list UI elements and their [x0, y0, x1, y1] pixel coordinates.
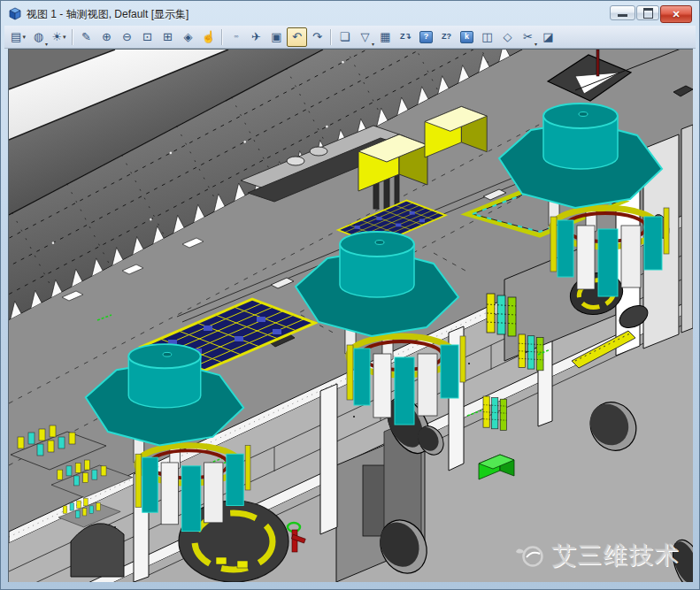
toolbar-separator — [330, 29, 332, 45]
dropdown-arrow-icon: ▾ — [535, 41, 537, 47]
toolbar-window-area-button[interactable]: ⊡ — [137, 27, 158, 47]
toolbar-clip-volume-button[interactable]: ▽▾ — [355, 27, 375, 47]
toolbar-adjust-brightness-button[interactable]: ☀▾ — [49, 27, 69, 47]
toolbar-fit-view-button[interactable]: ⊞ — [158, 27, 178, 47]
toolbar-camera-settings-button[interactable]: k — [457, 27, 477, 47]
viewport-3d[interactable]: 艾三维技术 — [8, 49, 693, 582]
toolbar-zoom-out-button[interactable]: ⊖ — [117, 27, 137, 47]
toolbar-fly-button[interactable]: ✈ — [246, 27, 266, 47]
dropdown-arrow-icon: ▾ — [372, 41, 374, 47]
toolbar-separator — [221, 29, 223, 45]
toolbar-show-active-depth-button[interactable]: Z? — [436, 27, 457, 47]
toolbar-clip-cut-button[interactable]: ✂▾ — [518, 27, 538, 47]
window-title: 视图 1 - 轴测视图, Default [显示集] — [27, 7, 188, 22]
toolbar-copy-view-button[interactable]: ❏ — [335, 27, 355, 47]
toolbar-display-set-button[interactable]: ◪ — [538, 27, 558, 47]
cad-model-render — [9, 50, 693, 582]
restore-button[interactable] — [636, 5, 659, 20]
toolbar-show-display-depth-button[interactable]: ? — [416, 27, 436, 47]
toolbar-view-display-mode-button[interactable]: ◍▾ — [28, 27, 49, 47]
watermark: 艾三维技术 — [514, 540, 681, 571]
watermark-logo-icon — [514, 542, 546, 569]
dropdown-arrow-icon: ▾ — [45, 41, 48, 47]
view-window: 视图 1 - 轴测视图, Default [显示集] ✕ ▤▾ ◍▾ ☀▾ ✎ … — [0, 0, 700, 590]
toolbar-view-previous-button[interactable]: ↶ — [287, 27, 307, 47]
toolbar-stereo-button[interactable]: ◫ — [477, 27, 497, 47]
close-button[interactable]: ✕ — [660, 5, 692, 23]
toolbar-navigate-view-button[interactable]: ▣ — [266, 27, 287, 47]
toolbar-view-attributes-button[interactable]: ▤▾ — [8, 27, 28, 47]
toolbar-set-display-depth-button[interactable]: ▦ — [375, 27, 396, 47]
minimize-button[interactable] — [610, 5, 635, 20]
toolbar-view-next-button[interactable]: ↷ — [307, 27, 327, 47]
minimize-icon — [618, 14, 627, 17]
window-cube-icon — [8, 7, 22, 21]
watermark-text: 艾三维技术 — [552, 540, 681, 571]
close-icon: ✕ — [672, 9, 680, 20]
titlebar[interactable]: 视图 1 - 轴测视图, Default [显示集] ✕ — [4, 4, 696, 25]
toolbar-zoom-in-button[interactable]: ⊕ — [96, 27, 117, 47]
toolbar-set-active-depth-button[interactable]: Z↴ — [396, 27, 416, 47]
dropdown-arrow-icon: ▾ — [63, 34, 66, 41]
dropdown-arrow-icon: ▾ — [22, 34, 26, 41]
toolbar-rotate-view-button[interactable]: ◈ — [178, 27, 198, 47]
toolbar-pan-view-button[interactable]: ☝ — [198, 27, 219, 47]
view-toolbar: ▤▾ ◍▾ ☀▾ ✎ ⊕ ⊖ ⊡ ⊞ ◈ ☝ ◦◦ ✈ ▣ ↶ ↷ ❏ ▽▾ ▦… — [4, 26, 696, 49]
toolbar-render-button[interactable]: ◇ — [497, 27, 518, 47]
restore-icon — [643, 8, 653, 19]
toolbar-update-view-button[interactable]: ✎ — [76, 27, 96, 47]
toolbar-separator — [72, 29, 73, 45]
toolbar-walk-button[interactable]: ◦◦ — [226, 27, 246, 47]
